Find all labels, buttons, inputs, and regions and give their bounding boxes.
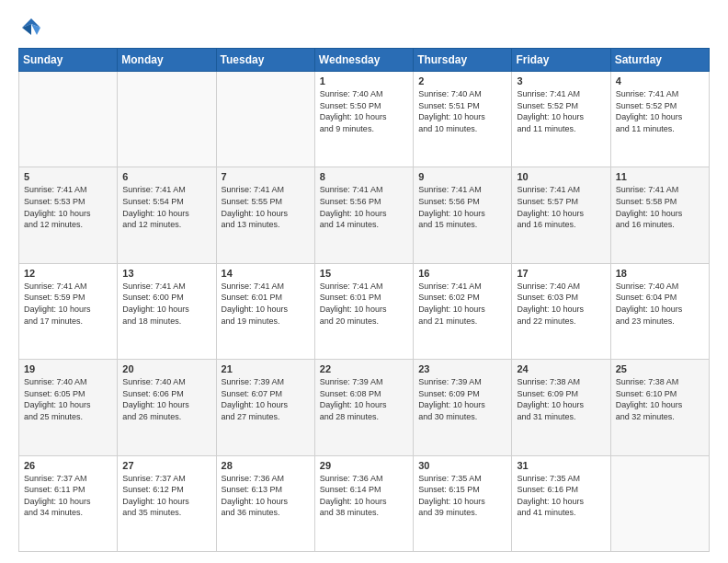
day-content: Sunrise: 7:40 AM Sunset: 5:50 PM Dayligh…: [320, 88, 408, 134]
day-content: Sunrise: 7:39 AM Sunset: 6:09 PM Dayligh…: [418, 376, 506, 422]
day-content: Sunrise: 7:41 AM Sunset: 6:01 PM Dayligh…: [222, 281, 310, 327]
day-number: 14: [222, 268, 310, 279]
day-content: Sunrise: 7:36 AM Sunset: 6:14 PM Dayligh…: [320, 473, 408, 519]
calendar-cell: 23Sunrise: 7:39 AM Sunset: 6:09 PM Dayli…: [414, 360, 512, 455]
day-number: 27: [122, 460, 210, 471]
calendar-cell: 25Sunrise: 7:38 AM Sunset: 6:10 PM Dayli…: [610, 360, 709, 455]
day-number: 20: [122, 363, 210, 374]
day-content: Sunrise: 7:41 AM Sunset: 5:58 PM Dayligh…: [616, 184, 704, 230]
weekday-header: Sunday: [19, 49, 118, 72]
day-content: Sunrise: 7:40 AM Sunset: 5:51 PM Dayligh…: [418, 88, 506, 134]
weekday-header: Friday: [512, 49, 610, 72]
day-content: Sunrise: 7:40 AM Sunset: 6:03 PM Dayligh…: [517, 281, 605, 327]
day-number: 22: [320, 363, 408, 374]
day-content: Sunrise: 7:37 AM Sunset: 6:12 PM Dayligh…: [122, 473, 210, 519]
calendar-cell: 7Sunrise: 7:41 AM Sunset: 5:55 PM Daylig…: [216, 167, 314, 263]
calendar-cell: 4Sunrise: 7:41 AM Sunset: 5:52 PM Daylig…: [610, 72, 709, 167]
day-number: 29: [320, 460, 408, 471]
day-number: 21: [222, 363, 310, 374]
calendar-table: SundayMondayTuesdayWednesdayThursdayFrid…: [18, 48, 710, 552]
calendar-cell: 12Sunrise: 7:41 AM Sunset: 5:59 PM Dayli…: [19, 263, 118, 359]
day-content: Sunrise: 7:41 AM Sunset: 5:56 PM Dayligh…: [320, 184, 408, 230]
day-number: 31: [517, 460, 605, 471]
day-content: Sunrise: 7:41 AM Sunset: 6:02 PM Dayligh…: [418, 281, 506, 327]
calendar-cell: 26Sunrise: 7:37 AM Sunset: 6:11 PM Dayli…: [19, 455, 118, 551]
day-content: Sunrise: 7:37 AM Sunset: 6:11 PM Dayligh…: [24, 473, 112, 519]
day-number: 17: [517, 268, 605, 279]
day-number: 6: [122, 171, 210, 182]
day-number: 26: [24, 460, 112, 471]
calendar-week: 1Sunrise: 7:40 AM Sunset: 5:50 PM Daylig…: [19, 72, 710, 167]
day-content: Sunrise: 7:41 AM Sunset: 5:57 PM Dayligh…: [517, 184, 605, 230]
day-number: 24: [517, 363, 605, 374]
day-content: Sunrise: 7:41 AM Sunset: 5:54 PM Dayligh…: [122, 184, 210, 230]
calendar-week: 19Sunrise: 7:40 AM Sunset: 6:05 PM Dayli…: [19, 360, 710, 455]
calendar-cell: 10Sunrise: 7:41 AM Sunset: 5:57 PM Dayli…: [512, 167, 610, 263]
day-content: Sunrise: 7:35 AM Sunset: 6:15 PM Dayligh…: [418, 473, 506, 519]
day-content: Sunrise: 7:41 AM Sunset: 5:55 PM Dayligh…: [222, 184, 310, 230]
weekday-header: Saturday: [610, 49, 709, 72]
calendar-cell: 3Sunrise: 7:41 AM Sunset: 5:52 PM Daylig…: [512, 72, 610, 167]
calendar-cell: 5Sunrise: 7:41 AM Sunset: 5:53 PM Daylig…: [19, 167, 118, 263]
logo: [18, 15, 48, 40]
calendar-body: 1Sunrise: 7:40 AM Sunset: 5:50 PM Daylig…: [19, 72, 710, 552]
day-number: 18: [616, 268, 704, 279]
day-number: 1: [320, 75, 408, 86]
day-content: Sunrise: 7:38 AM Sunset: 6:10 PM Dayligh…: [616, 376, 704, 422]
day-content: Sunrise: 7:36 AM Sunset: 6:13 PM Dayligh…: [222, 473, 310, 519]
calendar-cell: 6Sunrise: 7:41 AM Sunset: 5:54 PM Daylig…: [118, 167, 216, 263]
day-content: Sunrise: 7:41 AM Sunset: 6:01 PM Dayligh…: [320, 281, 408, 327]
day-number: 30: [418, 460, 506, 471]
calendar-week: 26Sunrise: 7:37 AM Sunset: 6:11 PM Dayli…: [19, 455, 710, 551]
day-number: 16: [418, 268, 506, 279]
calendar-cell: 9Sunrise: 7:41 AM Sunset: 5:56 PM Daylig…: [414, 167, 512, 263]
day-content: Sunrise: 7:41 AM Sunset: 5:52 PM Dayligh…: [616, 88, 704, 134]
calendar-cell: 31Sunrise: 7:35 AM Sunset: 6:16 PM Dayli…: [512, 455, 610, 551]
calendar-cell: 27Sunrise: 7:37 AM Sunset: 6:12 PM Dayli…: [118, 455, 216, 551]
calendar-week: 12Sunrise: 7:41 AM Sunset: 5:59 PM Dayli…: [19, 263, 710, 359]
day-number: 23: [418, 363, 506, 374]
calendar-cell: 18Sunrise: 7:40 AM Sunset: 6:04 PM Dayli…: [610, 263, 709, 359]
calendar-cell: 19Sunrise: 7:40 AM Sunset: 6:05 PM Dayli…: [19, 360, 118, 455]
day-content: Sunrise: 7:35 AM Sunset: 6:16 PM Dayligh…: [517, 473, 605, 519]
calendar-cell: 15Sunrise: 7:41 AM Sunset: 6:01 PM Dayli…: [314, 263, 413, 359]
calendar-cell: 1Sunrise: 7:40 AM Sunset: 5:50 PM Daylig…: [314, 72, 413, 167]
calendar-cell: [216, 72, 314, 167]
day-content: Sunrise: 7:41 AM Sunset: 6:00 PM Dayligh…: [122, 281, 210, 327]
calendar-cell: 17Sunrise: 7:40 AM Sunset: 6:03 PM Dayli…: [512, 263, 610, 359]
day-number: 11: [616, 171, 704, 182]
calendar-cell: 13Sunrise: 7:41 AM Sunset: 6:00 PM Dayli…: [118, 263, 216, 359]
calendar-header: SundayMondayTuesdayWednesdayThursdayFrid…: [19, 49, 710, 72]
day-number: 25: [616, 363, 704, 374]
calendar-cell: [118, 72, 216, 167]
weekday-row: SundayMondayTuesdayWednesdayThursdayFrid…: [19, 49, 710, 72]
day-number: 5: [24, 171, 112, 182]
day-number: 12: [24, 268, 112, 279]
calendar-cell: [610, 455, 709, 551]
calendar-cell: 30Sunrise: 7:35 AM Sunset: 6:15 PM Dayli…: [414, 455, 512, 551]
calendar-cell: 29Sunrise: 7:36 AM Sunset: 6:14 PM Dayli…: [314, 455, 413, 551]
weekday-header: Thursday: [414, 49, 512, 72]
day-content: Sunrise: 7:39 AM Sunset: 6:08 PM Dayligh…: [320, 376, 408, 422]
day-content: Sunrise: 7:40 AM Sunset: 6:04 PM Dayligh…: [616, 281, 704, 327]
calendar-cell: 24Sunrise: 7:38 AM Sunset: 6:09 PM Dayli…: [512, 360, 610, 455]
calendar-week: 5Sunrise: 7:41 AM Sunset: 5:53 PM Daylig…: [19, 167, 710, 263]
day-number: 7: [222, 171, 310, 182]
day-content: Sunrise: 7:41 AM Sunset: 5:56 PM Dayligh…: [418, 184, 506, 230]
day-number: 4: [616, 75, 704, 86]
day-content: Sunrise: 7:40 AM Sunset: 6:05 PM Dayligh…: [24, 376, 112, 422]
weekday-header: Wednesday: [314, 49, 413, 72]
day-content: Sunrise: 7:40 AM Sunset: 6:06 PM Dayligh…: [122, 376, 210, 422]
day-content: Sunrise: 7:38 AM Sunset: 6:09 PM Dayligh…: [517, 376, 605, 422]
calendar-cell: 8Sunrise: 7:41 AM Sunset: 5:56 PM Daylig…: [314, 167, 413, 263]
calendar-cell: [19, 72, 118, 167]
page: SundayMondayTuesdayWednesdayThursdayFrid…: [0, 0, 728, 563]
day-content: Sunrise: 7:41 AM Sunset: 5:53 PM Dayligh…: [24, 184, 112, 230]
day-number: 10: [517, 171, 605, 182]
day-content: Sunrise: 7:41 AM Sunset: 5:59 PM Dayligh…: [24, 281, 112, 327]
calendar-cell: 14Sunrise: 7:41 AM Sunset: 6:01 PM Dayli…: [216, 263, 314, 359]
day-number: 15: [320, 268, 408, 279]
day-number: 13: [122, 268, 210, 279]
calendar-cell: 11Sunrise: 7:41 AM Sunset: 5:58 PM Dayli…: [610, 167, 709, 263]
weekday-header: Monday: [118, 49, 216, 72]
